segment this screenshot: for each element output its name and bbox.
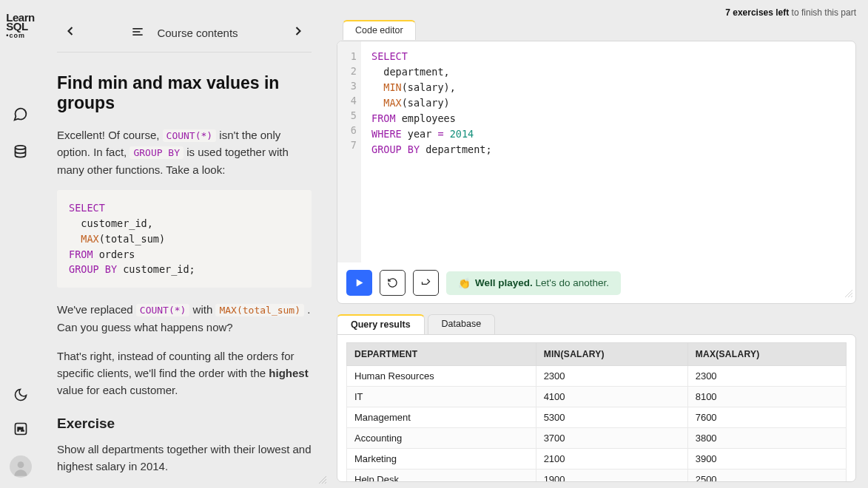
- resize-handle-icon[interactable]: [317, 473, 326, 487]
- lesson-paragraph: That's right, instead of counting all th…: [57, 348, 312, 399]
- exercise-text: Show all departments together with their…: [57, 441, 312, 475]
- svg-line-9: [325, 482, 326, 484]
- clap-icon: 👏: [458, 277, 471, 289]
- avatar[interactable]: [10, 455, 32, 478]
- results-card: DEPARTMENTMIN(SALARY)MAX(SALARY) Human R…: [337, 334, 856, 482]
- tab-query-results[interactable]: Query results: [337, 314, 425, 334]
- feedback-banner: 👏 Well played. Let's do another.: [446, 271, 621, 295]
- table-row: Human Resources23002300: [347, 366, 847, 387]
- theme-icon[interactable]: [13, 387, 28, 405]
- table-row: Accounting37003800: [347, 428, 847, 449]
- results-table: DEPARTMENTMIN(SALARY)MAX(SALARY) Human R…: [346, 342, 847, 482]
- lesson-panel: Course contents Find min and max values …: [41, 0, 328, 488]
- course-contents-link[interactable]: Course contents: [157, 27, 238, 39]
- table-row: Marketing21003900: [347, 449, 847, 470]
- svg-point-0: [16, 146, 26, 149]
- sidebar-rail: Learn SQL •com F1: [0, 0, 41, 488]
- column-header: MIN(SALARY): [536, 343, 687, 366]
- tab-code-editor[interactable]: Code editor: [343, 20, 416, 40]
- progress-status: 7 exercises left to finish this part: [337, 7, 856, 21]
- inline-code: MAX(total_sum): [215, 304, 304, 316]
- inline-code: COUNT(*): [136, 304, 190, 316]
- lesson-paragraph: We've replaced COUNT(*) with MAX(total_s…: [57, 301, 312, 336]
- next-arrow-icon[interactable]: [291, 24, 306, 41]
- line-gutter: 1234567: [337, 41, 361, 262]
- svg-line-13: [851, 296, 852, 297]
- svg-text:F1: F1: [17, 426, 24, 433]
- resize-handle-icon[interactable]: [844, 287, 852, 300]
- shortcut-icon[interactable]: F1: [13, 421, 28, 439]
- table-row: IT41008100: [347, 387, 847, 407]
- share-button[interactable]: [413, 270, 439, 296]
- code-editor-card: 1234567 SELECT department, MIN(salary), …: [337, 41, 856, 304]
- code-editor[interactable]: SELECT department, MIN(salary), MAX(sala…: [361, 41, 492, 262]
- inline-code: COUNT(*): [163, 129, 217, 142]
- inline-code: GROUP BY: [129, 146, 184, 159]
- reset-button[interactable]: [380, 270, 406, 296]
- database-icon[interactable]: [13, 144, 28, 163]
- run-button[interactable]: [346, 270, 372, 296]
- page-title: Find min and max values in groups: [57, 73, 312, 113]
- example-codeblock: SELECT customer_id, MAX(total_sum) FROM …: [57, 190, 312, 288]
- svg-point-3: [17, 461, 24, 468]
- comment-icon[interactable]: [13, 106, 28, 125]
- tab-database[interactable]: Database: [428, 314, 496, 334]
- prev-arrow-icon[interactable]: [63, 24, 78, 41]
- lesson-nav: Course contents: [57, 24, 312, 52]
- exercise-heading: Exercise: [57, 416, 312, 432]
- logo[interactable]: Learn SQL •com: [6, 13, 34, 40]
- right-panel: 7 exercises left to finish this part Cod…: [328, 0, 868, 488]
- table-row: Help Desk19002500: [347, 470, 847, 483]
- column-header: DEPARTMENT: [347, 343, 536, 366]
- lesson-paragraph: Excellent! Of course, COUNT(*) isn't the…: [57, 126, 312, 178]
- svg-marker-10: [357, 279, 363, 287]
- column-header: MAX(SALARY): [687, 343, 846, 366]
- table-row: Management53007600: [347, 407, 847, 428]
- contents-icon[interactable]: [130, 24, 145, 41]
